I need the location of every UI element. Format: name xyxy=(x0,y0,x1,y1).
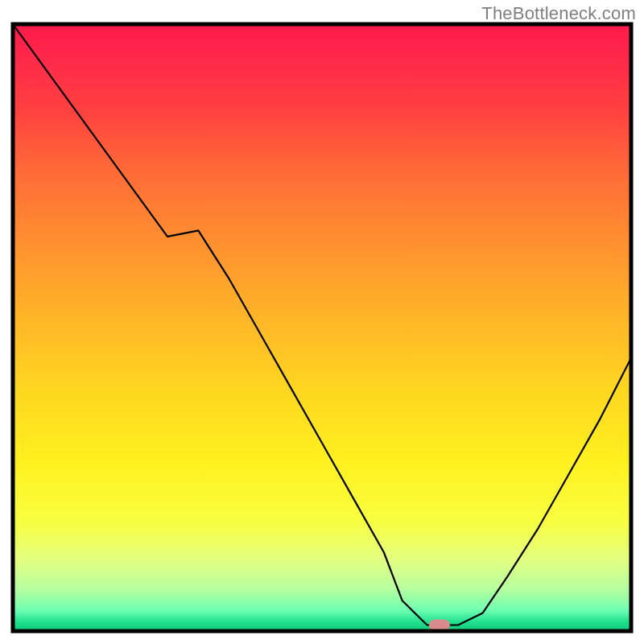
bottleneck-chart xyxy=(0,0,644,644)
plot-area xyxy=(13,24,631,631)
watermark-text: TheBottleneck.com xyxy=(481,3,636,24)
chart-container: TheBottleneck.com xyxy=(0,0,644,644)
gradient-background xyxy=(13,24,631,631)
optimal-marker xyxy=(429,620,450,631)
